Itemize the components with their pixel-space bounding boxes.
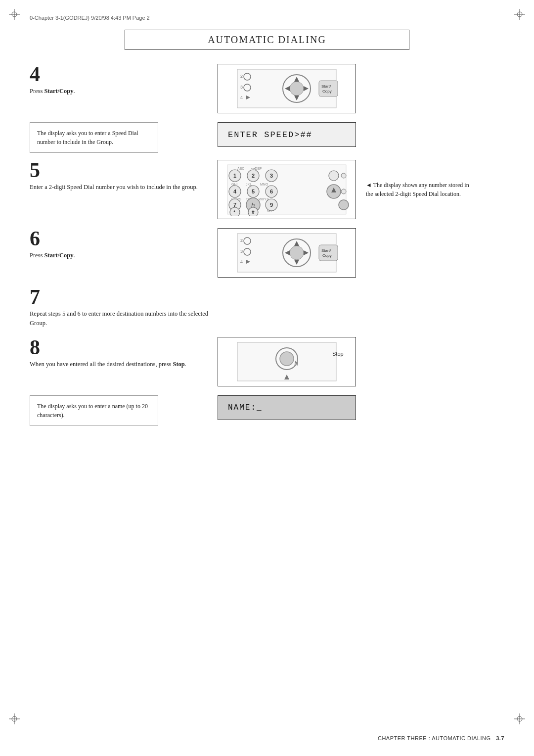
svg-text:2: 2 xyxy=(240,238,243,243)
step-4-section: 4 Press Start/Copy. 2 3 4 xyxy=(30,64,504,113)
step-7-section: 7 Repeat steps 5 and 6 to enter more des… xyxy=(30,286,504,328)
svg-text:4: 4 xyxy=(233,189,237,194)
display-enter-speed-text: ENTER SPEED>## xyxy=(228,130,312,140)
svg-text:*: * xyxy=(233,210,235,215)
page: 0-Chapter 3-1(GODREJ) 9/20/98 4:43 PM Pa… xyxy=(0,0,534,756)
reg-mark-tl xyxy=(9,9,20,22)
step-8-number: 8 xyxy=(30,337,213,358)
step-4-desc: Press Start/Copy. xyxy=(30,87,213,96)
svg-text:3: 3 xyxy=(240,249,243,254)
info-enter-speed-left: The display asks you to enter a Speed Di… xyxy=(30,122,218,153)
step-5-number: 5 xyxy=(30,160,213,181)
page-header: 0-Chapter 3-1(GODREJ) 9/20/98 4:43 PM Pa… xyxy=(30,15,504,21)
svg-text:5: 5 xyxy=(252,189,255,194)
svg-point-75 xyxy=(290,246,304,260)
svg-point-85 xyxy=(280,352,294,366)
info-row-name: The display asks you to enter a name (up… xyxy=(30,395,504,426)
step-6-number: 6 xyxy=(30,228,213,249)
start-copy-device-svg: 2 3 4 Start/ xyxy=(222,67,351,110)
svg-point-61 xyxy=(339,200,349,210)
reg-mark-br xyxy=(514,713,525,726)
step-6-right: 2 3 4 Start/ Copy xyxy=(218,228,504,278)
info-name-box: The display asks you to enter a name (up… xyxy=(30,395,158,426)
info-enter-speed-text: The display asks you to enter a Speed Di… xyxy=(37,130,138,145)
step-5-note: ◄ The display shows any number stored in… xyxy=(366,181,475,198)
step-6-left: 6 Press Start/Copy. xyxy=(30,228,218,260)
svg-text:6: 6 xyxy=(270,189,273,194)
title-box: Automatic Dialing xyxy=(125,30,409,50)
svg-point-39 xyxy=(341,173,346,178)
step-7-left: 7 Repeat steps 5 and 6 to enter more des… xyxy=(30,286,218,328)
svg-text:NB: NB xyxy=(267,209,272,213)
svg-text:1: 1 xyxy=(233,173,236,179)
svg-text:JKL: JKL xyxy=(246,183,252,186)
step-7-desc: Repeat steps 5 and 6 to enter more desti… xyxy=(30,309,213,328)
info-enter-speed-right: ENTER SPEED>## xyxy=(218,122,504,147)
svg-text:7: 7 xyxy=(233,202,236,208)
step-5-desc: Enter a 2-digit Speed Dial number you wi… xyxy=(30,183,213,192)
svg-text:3: 3 xyxy=(270,173,273,179)
svg-rect-25 xyxy=(319,81,338,96)
start-copy-device-svg-2: 2 3 4 Start/ Copy xyxy=(222,231,351,275)
step-8-device: Stop ℎ xyxy=(218,337,356,386)
step-5-section: 5 Enter a 2-digit Speed Dial number you … xyxy=(30,160,504,219)
step-6-section: 6 Press Start/Copy. 2 3 4 xyxy=(30,228,504,278)
step-6-device: 2 3 4 Start/ Copy xyxy=(218,228,356,278)
info-row-enter-speed: The display asks you to enter a Speed Di… xyxy=(30,122,504,153)
reg-mark-tr xyxy=(514,9,525,22)
svg-text:4: 4 xyxy=(240,95,243,100)
step-4-right: 2 3 4 Start/ xyxy=(218,64,504,113)
svg-text:ℎ: ℎ xyxy=(294,360,298,367)
svg-text:2: 2 xyxy=(252,173,255,179)
step-5-note-text: ◄ The display shows any number stored in… xyxy=(366,182,469,197)
svg-rect-80 xyxy=(319,245,338,261)
display-enter-speed: ENTER SPEED>## xyxy=(218,122,356,147)
page-title: Automatic Dialing xyxy=(208,34,326,46)
step-7-number: 7 xyxy=(30,286,213,307)
step-8-left: 8 When you have entered all the desired … xyxy=(30,337,218,369)
step-4-device: 2 3 4 Start/ xyxy=(218,64,356,113)
step-4-number: 4 xyxy=(30,64,213,85)
step-5-right: ••• ABC •••DEF 1 2 3 GHI JKL MNO xyxy=(218,160,504,219)
info-enter-speed-box: The display asks you to enter a Speed Di… xyxy=(30,122,158,153)
svg-point-49 xyxy=(341,189,346,194)
svg-text:Stop: Stop xyxy=(332,351,344,357)
display-name-text: NAME:_ xyxy=(228,403,263,412)
svg-text:ABC: ABC xyxy=(237,167,244,170)
svg-text:3: 3 xyxy=(240,85,243,90)
svg-text:4: 4 xyxy=(240,259,243,264)
stop-device-svg: Stop ℎ xyxy=(222,340,351,383)
svg-text:#: # xyxy=(252,210,255,215)
info-name-text: The display asks you to enter a name (up… xyxy=(37,403,148,419)
step-8-desc: When you have entered all the desired de… xyxy=(30,360,213,369)
svg-text:Start/: Start/ xyxy=(321,84,331,89)
footer-page-num: 3.7 xyxy=(496,735,504,741)
info-name-right: NAME:_ xyxy=(218,395,504,420)
step-4-left: 4 Press Start/Copy. xyxy=(30,64,218,96)
page-footer: Chapter Three : Automatic Dialing 3.7 xyxy=(378,735,504,741)
step-5-left: 5 Enter a 2-digit Speed Dial number you … xyxy=(30,160,218,192)
svg-text:9: 9 xyxy=(270,202,273,208)
svg-point-20 xyxy=(290,82,304,95)
step-8-right: Stop ℎ xyxy=(218,337,504,386)
step-8-section: 8 When you have entered all the desired … xyxy=(30,337,504,386)
info-name-left: The display asks you to enter a name (up… xyxy=(30,395,218,426)
svg-text:Start/: Start/ xyxy=(321,248,331,253)
svg-text:Copy: Copy xyxy=(322,253,332,258)
svg-text:Copy: Copy xyxy=(322,89,332,94)
svg-point-38 xyxy=(329,171,339,181)
svg-text:2: 2 xyxy=(240,74,243,79)
header-text: 0-Chapter 3-1(GODREJ) 9/20/98 4:43 PM Pa… xyxy=(30,15,150,21)
keypad-device-svg: ••• ABC •••DEF 1 2 3 GHI JKL MNO xyxy=(222,163,351,216)
svg-text:MNO: MNO xyxy=(260,183,268,186)
step-5-device: ••• ABC •••DEF 1 2 3 GHI JKL MNO xyxy=(218,160,356,219)
reg-mark-bl xyxy=(9,713,20,726)
footer-text: Chapter Three : Automatic Dialing 3.7 xyxy=(378,735,504,741)
step-6-desc: Press Start/Copy. xyxy=(30,251,213,260)
display-name: NAME:_ xyxy=(218,395,356,420)
